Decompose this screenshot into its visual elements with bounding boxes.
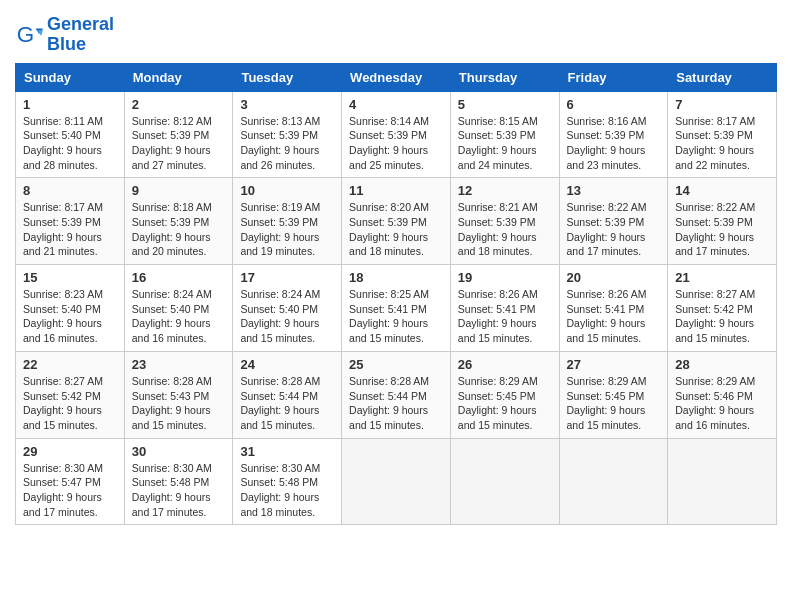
day-number: 24	[240, 357, 334, 372]
day-number: 16	[132, 270, 226, 285]
day-info: Sunrise: 8:28 AMSunset: 5:43 PMDaylight:…	[132, 374, 226, 433]
calendar-cell: 10Sunrise: 8:19 AMSunset: 5:39 PMDayligh…	[233, 178, 342, 265]
day-number: 4	[349, 97, 443, 112]
day-number: 2	[132, 97, 226, 112]
day-number: 8	[23, 183, 117, 198]
calendar-cell: 9Sunrise: 8:18 AMSunset: 5:39 PMDaylight…	[124, 178, 233, 265]
header-thursday: Thursday	[450, 63, 559, 91]
day-info: Sunrise: 8:28 AMSunset: 5:44 PMDaylight:…	[240, 374, 334, 433]
header-monday: Monday	[124, 63, 233, 91]
day-info: Sunrise: 8:30 AMSunset: 5:48 PMDaylight:…	[132, 461, 226, 520]
day-info: Sunrise: 8:26 AMSunset: 5:41 PMDaylight:…	[458, 287, 552, 346]
day-number: 5	[458, 97, 552, 112]
day-number: 19	[458, 270, 552, 285]
calendar-cell: 26Sunrise: 8:29 AMSunset: 5:45 PMDayligh…	[450, 351, 559, 438]
calendar-week-4: 22Sunrise: 8:27 AMSunset: 5:42 PMDayligh…	[16, 351, 777, 438]
calendar-cell: 27Sunrise: 8:29 AMSunset: 5:45 PMDayligh…	[559, 351, 668, 438]
day-info: Sunrise: 8:28 AMSunset: 5:44 PMDaylight:…	[349, 374, 443, 433]
day-info: Sunrise: 8:26 AMSunset: 5:41 PMDaylight:…	[567, 287, 661, 346]
day-info: Sunrise: 8:29 AMSunset: 5:45 PMDaylight:…	[458, 374, 552, 433]
calendar-cell: 21Sunrise: 8:27 AMSunset: 5:42 PMDayligh…	[668, 265, 777, 352]
day-info: Sunrise: 8:15 AMSunset: 5:39 PMDaylight:…	[458, 114, 552, 173]
day-number: 26	[458, 357, 552, 372]
calendar-cell: 22Sunrise: 8:27 AMSunset: 5:42 PMDayligh…	[16, 351, 125, 438]
day-info: Sunrise: 8:24 AMSunset: 5:40 PMDaylight:…	[240, 287, 334, 346]
logo: G General Blue	[15, 15, 114, 55]
header-friday: Friday	[559, 63, 668, 91]
day-number: 31	[240, 444, 334, 459]
calendar-cell: 7Sunrise: 8:17 AMSunset: 5:39 PMDaylight…	[668, 91, 777, 178]
calendar-cell	[559, 438, 668, 525]
day-number: 9	[132, 183, 226, 198]
calendar-cell: 4Sunrise: 8:14 AMSunset: 5:39 PMDaylight…	[342, 91, 451, 178]
calendar-cell: 13Sunrise: 8:22 AMSunset: 5:39 PMDayligh…	[559, 178, 668, 265]
day-number: 12	[458, 183, 552, 198]
calendar-cell: 29Sunrise: 8:30 AMSunset: 5:47 PMDayligh…	[16, 438, 125, 525]
day-number: 3	[240, 97, 334, 112]
calendar-cell	[342, 438, 451, 525]
day-info: Sunrise: 8:24 AMSunset: 5:40 PMDaylight:…	[132, 287, 226, 346]
day-number: 1	[23, 97, 117, 112]
day-info: Sunrise: 8:18 AMSunset: 5:39 PMDaylight:…	[132, 200, 226, 259]
day-number: 27	[567, 357, 661, 372]
day-number: 13	[567, 183, 661, 198]
calendar-cell: 30Sunrise: 8:30 AMSunset: 5:48 PMDayligh…	[124, 438, 233, 525]
calendar-cell: 17Sunrise: 8:24 AMSunset: 5:40 PMDayligh…	[233, 265, 342, 352]
day-info: Sunrise: 8:22 AMSunset: 5:39 PMDaylight:…	[675, 200, 769, 259]
calendar-cell: 5Sunrise: 8:15 AMSunset: 5:39 PMDaylight…	[450, 91, 559, 178]
day-info: Sunrise: 8:23 AMSunset: 5:40 PMDaylight:…	[23, 287, 117, 346]
day-info: Sunrise: 8:29 AMSunset: 5:46 PMDaylight:…	[675, 374, 769, 433]
calendar-week-3: 15Sunrise: 8:23 AMSunset: 5:40 PMDayligh…	[16, 265, 777, 352]
day-number: 14	[675, 183, 769, 198]
day-number: 10	[240, 183, 334, 198]
calendar-cell: 25Sunrise: 8:28 AMSunset: 5:44 PMDayligh…	[342, 351, 451, 438]
svg-marker-2	[37, 30, 43, 36]
calendar-cell: 16Sunrise: 8:24 AMSunset: 5:40 PMDayligh…	[124, 265, 233, 352]
calendar-week-2: 8Sunrise: 8:17 AMSunset: 5:39 PMDaylight…	[16, 178, 777, 265]
day-info: Sunrise: 8:27 AMSunset: 5:42 PMDaylight:…	[23, 374, 117, 433]
calendar-table: SundayMondayTuesdayWednesdayThursdayFrid…	[15, 63, 777, 526]
calendar-cell: 14Sunrise: 8:22 AMSunset: 5:39 PMDayligh…	[668, 178, 777, 265]
calendar-cell: 1Sunrise: 8:11 AMSunset: 5:40 PMDaylight…	[16, 91, 125, 178]
day-number: 30	[132, 444, 226, 459]
day-number: 28	[675, 357, 769, 372]
day-info: Sunrise: 8:16 AMSunset: 5:39 PMDaylight:…	[567, 114, 661, 173]
header-saturday: Saturday	[668, 63, 777, 91]
calendar-cell: 19Sunrise: 8:26 AMSunset: 5:41 PMDayligh…	[450, 265, 559, 352]
day-info: Sunrise: 8:17 AMSunset: 5:39 PMDaylight:…	[675, 114, 769, 173]
calendar-cell: 18Sunrise: 8:25 AMSunset: 5:41 PMDayligh…	[342, 265, 451, 352]
svg-text:G: G	[17, 21, 34, 46]
day-info: Sunrise: 8:20 AMSunset: 5:39 PMDaylight:…	[349, 200, 443, 259]
day-number: 6	[567, 97, 661, 112]
header-wednesday: Wednesday	[342, 63, 451, 91]
page-header: G General Blue	[15, 15, 777, 55]
calendar-week-1: 1Sunrise: 8:11 AMSunset: 5:40 PMDaylight…	[16, 91, 777, 178]
calendar-cell: 23Sunrise: 8:28 AMSunset: 5:43 PMDayligh…	[124, 351, 233, 438]
calendar-cell: 24Sunrise: 8:28 AMSunset: 5:44 PMDayligh…	[233, 351, 342, 438]
day-info: Sunrise: 8:27 AMSunset: 5:42 PMDaylight:…	[675, 287, 769, 346]
calendar-cell: 15Sunrise: 8:23 AMSunset: 5:40 PMDayligh…	[16, 265, 125, 352]
day-number: 7	[675, 97, 769, 112]
day-number: 25	[349, 357, 443, 372]
calendar-cell: 28Sunrise: 8:29 AMSunset: 5:46 PMDayligh…	[668, 351, 777, 438]
logo-icon: G	[15, 21, 43, 49]
day-info: Sunrise: 8:17 AMSunset: 5:39 PMDaylight:…	[23, 200, 117, 259]
day-number: 20	[567, 270, 661, 285]
calendar-cell: 8Sunrise: 8:17 AMSunset: 5:39 PMDaylight…	[16, 178, 125, 265]
day-info: Sunrise: 8:22 AMSunset: 5:39 PMDaylight:…	[567, 200, 661, 259]
header-sunday: Sunday	[16, 63, 125, 91]
day-info: Sunrise: 8:12 AMSunset: 5:39 PMDaylight:…	[132, 114, 226, 173]
calendar-cell: 11Sunrise: 8:20 AMSunset: 5:39 PMDayligh…	[342, 178, 451, 265]
logo-line2: Blue	[47, 35, 114, 55]
calendar-header-row: SundayMondayTuesdayWednesdayThursdayFrid…	[16, 63, 777, 91]
day-info: Sunrise: 8:14 AMSunset: 5:39 PMDaylight:…	[349, 114, 443, 173]
logo-line1: General	[47, 15, 114, 35]
day-number: 29	[23, 444, 117, 459]
day-number: 18	[349, 270, 443, 285]
calendar-cell: 6Sunrise: 8:16 AMSunset: 5:39 PMDaylight…	[559, 91, 668, 178]
calendar-week-5: 29Sunrise: 8:30 AMSunset: 5:47 PMDayligh…	[16, 438, 777, 525]
day-info: Sunrise: 8:30 AMSunset: 5:48 PMDaylight:…	[240, 461, 334, 520]
calendar-cell	[450, 438, 559, 525]
day-info: Sunrise: 8:13 AMSunset: 5:39 PMDaylight:…	[240, 114, 334, 173]
header-tuesday: Tuesday	[233, 63, 342, 91]
